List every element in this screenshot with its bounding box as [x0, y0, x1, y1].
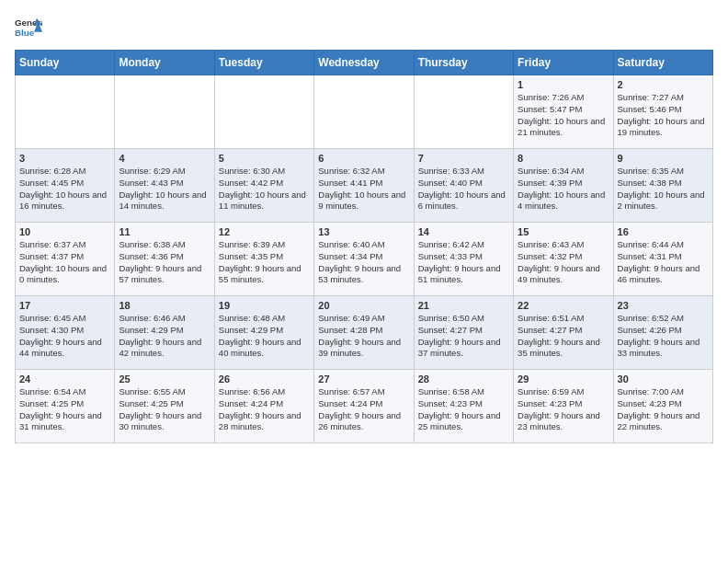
- weekday-header: Tuesday: [214, 51, 313, 75]
- day-number: 3: [19, 153, 110, 164]
- day-number: 4: [119, 153, 210, 164]
- calendar-cell: 13Sunrise: 6:40 AM Sunset: 4:34 PM Dayli…: [314, 223, 414, 296]
- calendar-cell: 10Sunrise: 6:37 AM Sunset: 4:37 PM Dayli…: [16, 223, 115, 296]
- day-info: Sunrise: 6:56 AM Sunset: 4:24 PM Dayligh…: [219, 386, 310, 433]
- day-number: 27: [318, 373, 409, 385]
- calendar-cell: 18Sunrise: 6:46 AM Sunset: 4:29 PM Dayli…: [115, 296, 214, 370]
- calendar-week-row: 24Sunrise: 6:54 AM Sunset: 4:25 PM Dayli…: [16, 370, 713, 443]
- calendar-week-row: 3Sunrise: 6:28 AM Sunset: 4:45 PM Daylig…: [16, 149, 713, 223]
- day-info: Sunrise: 6:39 AM Sunset: 4:35 PM Dayligh…: [219, 239, 310, 286]
- weekday-header: Saturday: [613, 51, 712, 75]
- day-info: Sunrise: 6:46 AM Sunset: 4:29 PM Dayligh…: [119, 313, 210, 360]
- calendar-cell: 27Sunrise: 6:57 AM Sunset: 4:24 PM Dayli…: [314, 370, 414, 443]
- day-info: Sunrise: 6:55 AM Sunset: 4:25 PM Dayligh…: [119, 386, 210, 433]
- day-number: 23: [618, 300, 709, 311]
- svg-text:Blue: Blue: [15, 28, 35, 38]
- calendar-cell: [414, 75, 513, 149]
- calendar-cell: [115, 75, 214, 149]
- day-number: 21: [418, 300, 509, 311]
- day-info: Sunrise: 6:49 AM Sunset: 4:28 PM Dayligh…: [318, 313, 409, 360]
- day-info: Sunrise: 6:59 AM Sunset: 4:23 PM Dayligh…: [518, 386, 609, 433]
- day-number: 28: [418, 373, 509, 385]
- day-number: 11: [119, 226, 210, 237]
- calendar-cell: 15Sunrise: 6:43 AM Sunset: 4:32 PM Dayli…: [514, 223, 613, 296]
- calendar-cell: 16Sunrise: 6:44 AM Sunset: 4:31 PM Dayli…: [613, 223, 712, 296]
- day-number: 9: [618, 153, 709, 164]
- calendar-cell: 8Sunrise: 6:34 AM Sunset: 4:39 PM Daylig…: [514, 149, 613, 223]
- day-number: 2: [618, 79, 709, 90]
- calendar-cell: 5Sunrise: 6:30 AM Sunset: 4:42 PM Daylig…: [214, 149, 313, 223]
- day-number: 1: [518, 79, 609, 90]
- day-number: 22: [518, 300, 609, 311]
- calendar-cell: 22Sunrise: 6:51 AM Sunset: 4:27 PM Dayli…: [514, 296, 613, 370]
- day-number: 10: [19, 226, 110, 237]
- day-number: 15: [518, 226, 609, 237]
- day-info: Sunrise: 6:35 AM Sunset: 4:38 PM Dayligh…: [618, 166, 709, 213]
- calendar-cell: 14Sunrise: 6:42 AM Sunset: 4:33 PM Dayli…: [414, 223, 513, 296]
- day-info: Sunrise: 6:48 AM Sunset: 4:29 PM Dayligh…: [219, 313, 310, 360]
- calendar-week-row: 1Sunrise: 7:26 AM Sunset: 5:47 PM Daylig…: [16, 75, 713, 149]
- day-info: Sunrise: 6:51 AM Sunset: 4:27 PM Dayligh…: [518, 313, 609, 360]
- calendar-cell: 30Sunrise: 7:00 AM Sunset: 4:23 PM Dayli…: [613, 370, 712, 443]
- calendar-cell: 23Sunrise: 6:52 AM Sunset: 4:26 PM Dayli…: [613, 296, 712, 370]
- weekday-header: Friday: [514, 51, 613, 75]
- day-info: Sunrise: 6:44 AM Sunset: 4:31 PM Dayligh…: [618, 239, 709, 286]
- day-info: Sunrise: 6:37 AM Sunset: 4:37 PM Dayligh…: [19, 239, 110, 286]
- day-number: 7: [418, 153, 509, 164]
- day-number: 17: [19, 300, 110, 311]
- day-number: 20: [318, 300, 409, 311]
- calendar-cell: 25Sunrise: 6:55 AM Sunset: 4:25 PM Dayli…: [115, 370, 214, 443]
- weekday-header: Wednesday: [314, 51, 414, 75]
- calendar-cell: 7Sunrise: 6:33 AM Sunset: 4:40 PM Daylig…: [414, 149, 513, 223]
- day-number: 19: [219, 300, 310, 311]
- day-number: 29: [518, 373, 609, 385]
- day-number: 18: [119, 300, 210, 311]
- calendar-cell: [214, 75, 313, 149]
- weekday-header: Sunday: [16, 51, 115, 75]
- calendar-table: SundayMondayTuesdayWednesdayThursdayFrid…: [15, 50, 713, 443]
- calendar-week-row: 17Sunrise: 6:45 AM Sunset: 4:30 PM Dayli…: [16, 296, 713, 370]
- weekday-header: Thursday: [414, 51, 513, 75]
- day-info: Sunrise: 6:57 AM Sunset: 4:24 PM Dayligh…: [318, 386, 409, 433]
- day-info: Sunrise: 6:30 AM Sunset: 4:42 PM Dayligh…: [219, 166, 310, 213]
- calendar-cell: 12Sunrise: 6:39 AM Sunset: 4:35 PM Dayli…: [214, 223, 313, 296]
- day-number: 24: [19, 373, 110, 385]
- day-info: Sunrise: 6:38 AM Sunset: 4:36 PM Dayligh…: [119, 239, 210, 286]
- day-info: Sunrise: 6:32 AM Sunset: 4:41 PM Dayligh…: [318, 166, 409, 213]
- day-number: 8: [518, 153, 609, 164]
- day-info: Sunrise: 6:50 AM Sunset: 4:27 PM Dayligh…: [418, 313, 509, 360]
- calendar-cell: 11Sunrise: 6:38 AM Sunset: 4:36 PM Dayli…: [115, 223, 214, 296]
- day-number: 13: [318, 226, 409, 237]
- calendar-cell: 4Sunrise: 6:29 AM Sunset: 4:43 PM Daylig…: [115, 149, 214, 223]
- day-info: Sunrise: 7:26 AM Sunset: 5:47 PM Dayligh…: [518, 92, 609, 139]
- header: General Blue: [15, 15, 713, 42]
- weekday-header-row: SundayMondayTuesdayWednesdayThursdayFrid…: [16, 51, 713, 75]
- day-number: 30: [618, 373, 709, 385]
- calendar-cell: 2Sunrise: 7:27 AM Sunset: 5:46 PM Daylig…: [613, 75, 712, 149]
- day-info: Sunrise: 7:00 AM Sunset: 4:23 PM Dayligh…: [618, 386, 709, 433]
- calendar-cell: 19Sunrise: 6:48 AM Sunset: 4:29 PM Dayli…: [214, 296, 313, 370]
- logo-icon: General Blue: [15, 15, 42, 42]
- calendar-cell: 29Sunrise: 6:59 AM Sunset: 4:23 PM Dayli…: [514, 370, 613, 443]
- day-info: Sunrise: 6:42 AM Sunset: 4:33 PM Dayligh…: [418, 239, 509, 286]
- day-number: 14: [418, 226, 509, 237]
- day-info: Sunrise: 6:54 AM Sunset: 4:25 PM Dayligh…: [19, 386, 110, 433]
- calendar-cell: [314, 75, 414, 149]
- day-number: 25: [119, 373, 210, 385]
- logo: General Blue: [15, 15, 42, 42]
- calendar-cell: 28Sunrise: 6:58 AM Sunset: 4:23 PM Dayli…: [414, 370, 513, 443]
- calendar-cell: 3Sunrise: 6:28 AM Sunset: 4:45 PM Daylig…: [16, 149, 115, 223]
- day-info: Sunrise: 6:28 AM Sunset: 4:45 PM Dayligh…: [19, 166, 110, 213]
- day-number: 16: [618, 226, 709, 237]
- calendar-cell: 1Sunrise: 7:26 AM Sunset: 5:47 PM Daylig…: [514, 75, 613, 149]
- day-info: Sunrise: 6:33 AM Sunset: 4:40 PM Dayligh…: [418, 166, 509, 213]
- calendar-cell: 6Sunrise: 6:32 AM Sunset: 4:41 PM Daylig…: [314, 149, 414, 223]
- calendar-cell: 9Sunrise: 6:35 AM Sunset: 4:38 PM Daylig…: [613, 149, 712, 223]
- calendar-cell: 17Sunrise: 6:45 AM Sunset: 4:30 PM Dayli…: [16, 296, 115, 370]
- day-info: Sunrise: 7:27 AM Sunset: 5:46 PM Dayligh…: [618, 92, 709, 139]
- calendar-cell: 24Sunrise: 6:54 AM Sunset: 4:25 PM Dayli…: [16, 370, 115, 443]
- day-info: Sunrise: 6:43 AM Sunset: 4:32 PM Dayligh…: [518, 239, 609, 286]
- day-number: 5: [219, 153, 310, 164]
- day-info: Sunrise: 6:45 AM Sunset: 4:30 PM Dayligh…: [19, 313, 110, 360]
- weekday-header: Monday: [115, 51, 214, 75]
